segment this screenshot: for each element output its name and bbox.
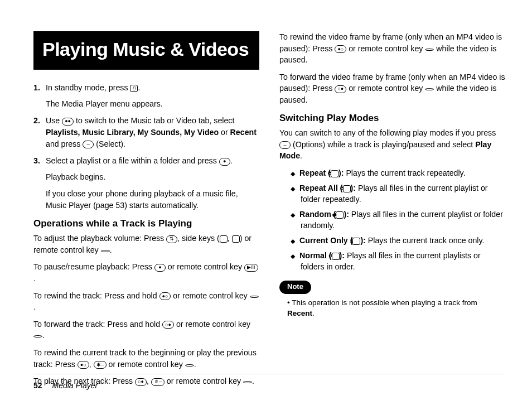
right-column: To rewind the video frame by frame (only… bbox=[279, 31, 505, 393]
t: . bbox=[300, 151, 302, 160]
remote-key-icon bbox=[243, 381, 252, 383]
side-key-a-icon: · bbox=[220, 235, 228, 243]
remote-key-icon bbox=[33, 335, 42, 337]
updown-key-icon: ⇅ bbox=[166, 235, 177, 243]
chapter-title-block: Playing Music & Videos bbox=[33, 31, 259, 70]
side-key-b-icon: · bbox=[232, 235, 240, 243]
remote-key-icon bbox=[101, 250, 110, 252]
t: To rewind the track: Press and hold bbox=[33, 291, 159, 300]
mode-repeat-all: Repeat All (⥀): Plays all files in the c… bbox=[291, 182, 505, 205]
t: and press bbox=[46, 139, 83, 148]
op-forward-frame: To forward the video frame by frame (onl… bbox=[279, 71, 505, 106]
menu-recent-bold: Recent bbox=[230, 128, 257, 137]
mode-name: Repeat bbox=[299, 168, 326, 177]
nav-left-icon: ●○ bbox=[78, 361, 89, 369]
hash-key-icon: ＃⏤ bbox=[151, 378, 165, 386]
mode-random: Random (⇄): Plays all files in the curre… bbox=[291, 209, 505, 231]
nav-right-icon: ○● bbox=[335, 85, 346, 93]
t: . bbox=[230, 156, 233, 165]
t: Select a playlist or a file within a fol… bbox=[46, 156, 219, 165]
select-key-icon: – bbox=[83, 141, 94, 148]
normal-icon: ↺ bbox=[332, 253, 340, 260]
t: . bbox=[252, 377, 254, 385]
t: . bbox=[33, 274, 36, 283]
t: or remote control key bbox=[165, 377, 243, 385]
play-pause-key-icon: ▶/II bbox=[244, 264, 258, 272]
t: , side keys ( bbox=[177, 234, 220, 243]
op-pause: To pause/resume playback: Press ● or rem… bbox=[33, 261, 259, 284]
repeat-icon: ⥀ bbox=[331, 170, 338, 177]
note-body: This operation is not possible when play… bbox=[279, 294, 505, 319]
mode-desc: Plays the current track repeatedly. bbox=[344, 168, 465, 177]
t: or remote control key bbox=[346, 84, 425, 93]
nav-left-icon: ●○ bbox=[335, 45, 346, 53]
center-key-icon: ● bbox=[154, 264, 166, 272]
op-forward: To forward the track: Press and hold ○● … bbox=[33, 319, 259, 341]
step-text-end: . bbox=[138, 83, 140, 92]
t: To forward the track: Press and hold bbox=[33, 320, 162, 329]
t: (Select). bbox=[94, 139, 125, 148]
remote-key-icon bbox=[425, 88, 434, 90]
page-footer: 52 Media Player bbox=[33, 381, 98, 390]
star-key-icon: ✱⏤ bbox=[94, 361, 107, 369]
step-3: Select a playlist or a file within a fol… bbox=[46, 155, 259, 211]
standby-key-icon: ⎙ bbox=[130, 85, 138, 92]
mode-desc: Plays the current track once only. bbox=[366, 236, 485, 245]
remote-key-icon bbox=[185, 364, 194, 366]
play-modes-heading: Switching Play Modes bbox=[279, 112, 505, 126]
section-name: Media Player bbox=[52, 381, 98, 390]
t: This operation is not possible when play… bbox=[292, 298, 477, 307]
chapter-title: Playing Music & Videos bbox=[42, 36, 250, 63]
step-1: In standby mode, press ⎙. The Media Play… bbox=[46, 82, 259, 109]
mode-repeat: Repeat (⥀): Plays the current track repe… bbox=[291, 167, 505, 179]
mode-name: Current Only bbox=[299, 236, 348, 245]
t: or remote control key bbox=[171, 291, 249, 300]
op-rewind-frame: To rewind the video frame by frame (only… bbox=[279, 31, 505, 66]
op-prev-track: To rewind the current track to the begin… bbox=[33, 347, 259, 370]
t: To adjust the playback volume: Press bbox=[33, 234, 166, 243]
t: . bbox=[110, 245, 112, 254]
step-text: In standby mode, press bbox=[46, 83, 130, 92]
center-key-icon: ● bbox=[219, 158, 230, 166]
t: You can switch to any of the following p… bbox=[279, 128, 496, 137]
step-sub: If you close your phone during playback … bbox=[46, 188, 259, 211]
play-modes-list: Repeat (⥀): Plays the current track repe… bbox=[279, 167, 505, 273]
remote-key-icon bbox=[250, 296, 259, 298]
footer-rule bbox=[33, 374, 505, 374]
procedure-steps: In standby mode, press ⎙. The Media Play… bbox=[33, 82, 259, 211]
repeat-all-icon: ⥀ bbox=[343, 185, 351, 192]
operations-heading: Operations while a Track is Playing bbox=[33, 217, 259, 231]
t: , bbox=[89, 360, 94, 369]
mode-current-only: Current Only (1): Plays the current trac… bbox=[291, 235, 505, 247]
left-column: Playing Music & Videos In standby mode, … bbox=[33, 31, 259, 393]
note-recent-bold: Recent bbox=[287, 309, 312, 317]
step-sub: Playback begins. bbox=[46, 171, 259, 183]
t: or remote control key bbox=[166, 262, 244, 271]
t: . bbox=[33, 302, 36, 311]
t: or remote control key bbox=[107, 360, 185, 369]
mode-name: Repeat All bbox=[299, 184, 338, 192]
nav-left-icon: ●○ bbox=[159, 292, 171, 300]
t: . bbox=[194, 360, 196, 369]
t: , bbox=[228, 234, 232, 243]
menu-options-bold: Playlists, Music Library, My Sounds, My … bbox=[46, 128, 219, 137]
options-key-icon: – bbox=[279, 141, 291, 149]
nav-right-icon: ○● bbox=[162, 321, 174, 329]
nav-lr-icon: ●● bbox=[62, 118, 74, 126]
t: To pause/resume playback: Press bbox=[33, 262, 154, 271]
t: to switch to the Music tab or Video tab,… bbox=[74, 116, 234, 125]
mode-name: Random bbox=[299, 210, 331, 219]
note-block: Note This operation is not possible when… bbox=[279, 281, 505, 319]
mode-normal: Normal (↺): Plays all files in the curre… bbox=[291, 250, 505, 273]
op-rewind: To rewind the track: Press and hold ●○ o… bbox=[33, 290, 259, 313]
current-only-icon: 1 bbox=[352, 238, 360, 245]
t: or remote control key bbox=[174, 320, 250, 329]
step-sub: The Media Player menu appears. bbox=[46, 98, 259, 110]
page-body: Playing Music & Videos In standby mode, … bbox=[0, 0, 532, 393]
op-volume: To adjust the playback volume: Press ⇅, … bbox=[33, 233, 259, 255]
nav-right-icon: ○● bbox=[135, 378, 147, 386]
remote-key-icon bbox=[425, 49, 434, 51]
t: . bbox=[42, 331, 45, 340]
note-tab: Note bbox=[279, 281, 311, 294]
t: Use bbox=[46, 116, 62, 125]
